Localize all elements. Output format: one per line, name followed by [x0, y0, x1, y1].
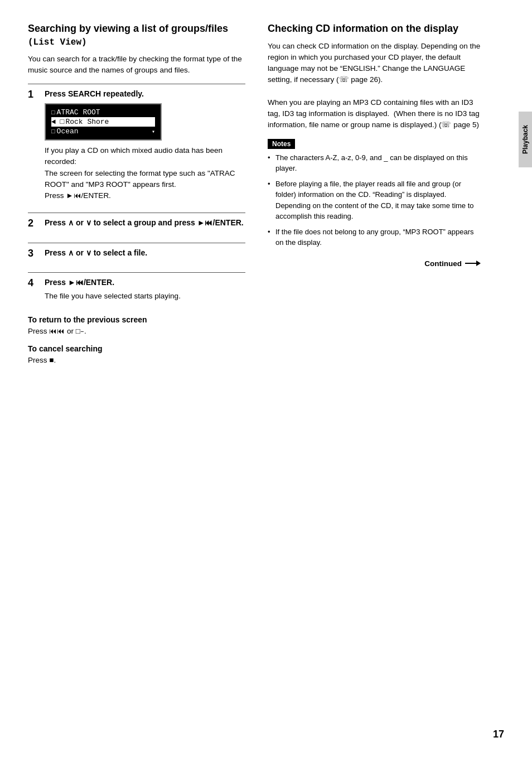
step-3-block: 3 Press ∧ or ∨ to select a file.	[28, 248, 245, 267]
step-2-title: Press ∧ or ∨ to select a group and press…	[45, 218, 245, 228]
lcd-row-1: □ ATRAC ROOT	[51, 108, 155, 117]
notes-section: Notes The characters A-Z, a-z, 0-9, and …	[268, 139, 482, 248]
subsection-cancel-body: Press ■.	[28, 355, 245, 366]
notes-list: The characters A-Z, a-z, 0-9, and _ can …	[268, 152, 482, 248]
lcd-icon-3: □	[51, 128, 55, 135]
lcd-screen: □ ATRAC ROOT ◄ □ Rock Shore □ Ocean ▾	[45, 103, 162, 141]
step-1-body: If you play a CD on which mixed audio da…	[45, 145, 245, 201]
right-section-title: Checking CD information on the display	[268, 22, 482, 35]
step-4-content: Press ►⏮/ENTER. The file you have select…	[45, 277, 245, 302]
sidebar-label: Playback	[519, 112, 532, 167]
step-4-title: Press ►⏮/ENTER.	[45, 277, 245, 287]
step-2-number: 2	[28, 218, 40, 231]
subsection-cancel-title: To cancel searching	[28, 344, 245, 353]
lcd-row-3: □ Ocean ▾	[51, 127, 155, 136]
left-title-sub: (List View)	[28, 37, 87, 47]
notes-label: Notes	[268, 139, 295, 149]
step-2-block: 2 Press ∧ or ∨ to select a group and pre…	[28, 218, 245, 237]
step-1-block: 1 Press SEARCH repeatedly. □ ATRAC ROOT …	[28, 89, 245, 207]
step-3-title: Press ∧ or ∨ to select a file.	[45, 248, 245, 258]
left-intro: You can search for a track/file by check…	[28, 54, 245, 76]
continued-arrow-icon	[465, 260, 482, 267]
left-column: Searching by viewing a list of groups/fi…	[28, 22, 262, 735]
subsection-return-title: To return to the previous screen	[28, 315, 245, 324]
step-1-content: Press SEARCH repeatedly. □ ATRAC ROOT ◄ …	[45, 89, 245, 201]
note-item-3: If the file does not belong to any group…	[268, 226, 482, 248]
step-4-body: The file you have selected starts playin…	[45, 291, 245, 302]
step-1-title: Press SEARCH repeatedly.	[45, 89, 245, 99]
step-4-block: 4 Press ►⏮/ENTER. The file you have sele…	[28, 277, 245, 307]
continued-text: Continued	[424, 259, 462, 268]
step-4-number: 4	[28, 277, 40, 302]
continued-line: Continued	[268, 259, 482, 268]
lcd-icon-1: □	[51, 109, 55, 116]
subsection-return-body: Press ⏮⏮ or □‒.	[28, 326, 245, 337]
left-section-title: Searching by viewing a list of groups/fi…	[28, 22, 245, 48]
page-number: 17	[493, 729, 504, 740]
step-3-number: 3	[28, 248, 40, 261]
right-column: Checking CD information on the display Y…	[262, 22, 504, 735]
right-intro: You can check CD information on the disp…	[268, 41, 482, 131]
lcd-row-2-selected: ◄ □ Rock Shore	[51, 117, 155, 127]
left-title-main: Searching by viewing a list of groups/fi…	[28, 23, 228, 34]
step-2-content: Press ∧ or ∨ to select a group and press…	[45, 218, 245, 231]
note-item-2: Before playing a file, the player reads …	[268, 179, 482, 222]
note-item-1: The characters A-Z, a-z, 0-9, and _ can …	[268, 152, 482, 174]
step-3-content: Press ∧ or ∨ to select a file.	[45, 248, 245, 261]
step-1-number: 1	[28, 89, 40, 201]
